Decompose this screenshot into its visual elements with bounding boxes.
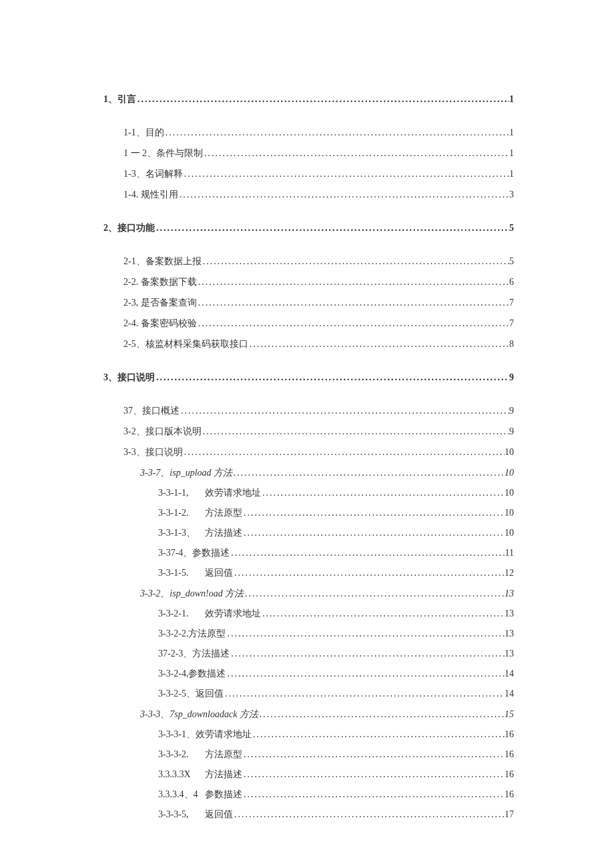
toc-text: 方法原型 <box>205 508 242 518</box>
toc-label: 3-3-2-5、返回值 <box>158 688 224 700</box>
toc-entry: 2-1、备案数据上报5 <box>103 256 514 268</box>
toc-label: 1-3、名词解释 <box>123 168 183 180</box>
toc-page-number: 15 <box>505 709 514 720</box>
toc-label: 3-3-1-3、方法描述 <box>158 527 242 539</box>
toc-number: 3-3-1-1, <box>158 488 205 498</box>
toc-label: 3-3-3-5,返回值 <box>158 809 233 821</box>
toc-leader-dots <box>233 809 505 820</box>
toc-page-number: 7 <box>509 298 514 308</box>
toc-number: 3-3-3-5, <box>158 809 205 820</box>
toc-label: 1-1、目的 <box>123 127 164 139</box>
toc-page-number: 8 <box>509 339 514 350</box>
toc-page: 1、引言11-1、目的11 一 2、条件与限制11-3、名词解释11-4. 规性… <box>0 0 614 868</box>
toc-number: 3-3-1-2. <box>158 508 205 518</box>
toc-page-number: 10 <box>505 468 514 478</box>
toc-entry: 3-37-4、参数描述11 <box>103 547 514 559</box>
toc-entry: 3-3-1-1,效劳请求地址10 <box>103 487 514 499</box>
toc-label: 3-3-2-1.效劳请求地址 <box>158 608 261 620</box>
toc-label: 2-1、备案数据上报 <box>123 256 202 268</box>
toc-entry: 3.3.3.4、4参数描述16 <box>103 789 514 801</box>
toc-leader-dots <box>230 648 505 659</box>
toc-leader-dots <box>197 277 509 288</box>
toc-page-number: 10 <box>505 508 514 518</box>
toc-page-number: 1 <box>509 169 514 179</box>
toc-leader-dots <box>203 148 509 159</box>
toc-text: 方法描述 <box>205 769 242 779</box>
toc-label: 2-4. 备案密码校验 <box>123 318 197 330</box>
toc-page-number: 14 <box>505 669 514 679</box>
toc-label: 3-3、接口说明 <box>123 446 183 458</box>
toc-label: 3-3-3-1、效劳请求地址 <box>158 729 252 741</box>
toc-leader-dots <box>242 789 505 800</box>
toc-label: 3-3-7、isp_upload 方法 <box>140 467 232 479</box>
toc-leader-dots <box>178 189 509 200</box>
toc-leader-dots <box>136 94 509 105</box>
toc-leader-dots <box>224 689 505 699</box>
toc-entry: 3-3-2-1.效劳请求地址13 <box>103 608 514 620</box>
toc-text: 方法描述 <box>205 528 242 538</box>
toc-label: 3-3-1-2.方法原型 <box>158 507 242 519</box>
toc-page-number: 1 <box>509 127 514 138</box>
toc-label: 3-3-2、isp_down!oad 方法 <box>140 588 244 600</box>
toc-page-number: 6 <box>509 277 514 288</box>
toc-leader-dots <box>258 709 505 720</box>
toc-entry: 3、接口说明9 <box>103 372 514 384</box>
toc-leader-dots <box>261 608 505 619</box>
toc-text: 返回值 <box>205 568 233 578</box>
toc-number: 3.3.3.3X <box>158 769 205 780</box>
toc-leader-dots <box>244 588 505 599</box>
toc-label: 3-3-3-2.方法原型 <box>158 749 242 761</box>
toc-entry: 3-2、接口版本说明9 <box>103 426 514 438</box>
toc-entry: 3-3-2-4,参数描述14 <box>103 668 514 680</box>
toc-leader-dots <box>155 223 509 234</box>
toc-page-number: 16 <box>505 729 514 740</box>
toc-label: 3.3.3.4、4参数描述 <box>158 789 242 801</box>
toc-leader-dots <box>248 339 509 350</box>
toc-page-number: 13 <box>505 608 514 619</box>
toc-leader-dots <box>242 769 505 780</box>
toc-page-number: 10 <box>505 528 514 538</box>
toc-entry: 2-4. 备案密码校验7 <box>103 318 514 330</box>
toc-page-number: 16 <box>505 789 514 800</box>
toc-page-number: 13 <box>505 648 514 659</box>
toc-entry: 3-3-1-2.方法原型10 <box>103 507 514 519</box>
toc-entry: 3-3-3-5,返回值17 <box>103 809 514 821</box>
toc-leader-dots <box>261 488 505 498</box>
toc-page-number: 5 <box>509 223 514 234</box>
toc-leader-dots <box>242 749 505 760</box>
toc-leader-dots <box>233 568 505 578</box>
toc-entry: 2-3, 是否备案查询7 <box>103 297 514 309</box>
toc-number: 3-3-1-5. <box>158 568 205 578</box>
toc-page-number: 10 <box>505 488 514 498</box>
toc-label: 3-3-3、7sp_downloadack 方法 <box>140 709 258 721</box>
toc-label: 3-3-2-2.方法原型 <box>158 628 226 640</box>
toc-number: 3-3-2-1. <box>158 608 205 619</box>
toc-page-number: 7 <box>509 318 514 329</box>
toc-entry: 1 一 2、条件与限制1 <box>103 147 514 159</box>
toc-page-number: 16 <box>505 769 514 780</box>
toc-entry: 3-3-3-2.方法原型16 <box>103 749 514 761</box>
toc-leader-dots <box>183 447 505 458</box>
toc-label: 3-2、接口版本说明 <box>123 426 202 438</box>
toc-leader-dots <box>226 628 505 639</box>
toc-label: 2-5、核监材料采集码获取接口 <box>123 338 248 350</box>
toc-entry: 1-3、名词解释1 <box>103 168 514 180</box>
toc-label: 3-37-4、参数描述 <box>158 547 230 559</box>
toc-entry: 3-3-2、isp_down!oad 方法13 <box>103 588 514 600</box>
toc-leader-dots <box>155 372 509 383</box>
toc-entry: 3-3-3、7sp_downloadack 方法15 <box>103 709 514 721</box>
toc-entry: 3-3-2-2.方法原型13 <box>103 628 514 640</box>
toc-page-number: 11 <box>505 548 514 558</box>
toc-container: 1、引言11-1、目的11 一 2、条件与限制11-3、名词解释11-4. 规性… <box>103 93 514 821</box>
toc-entry: 2-5、核监材料采集码获取接口8 <box>103 338 514 350</box>
toc-leader-dots <box>232 468 505 478</box>
toc-leader-dots <box>242 508 505 518</box>
toc-page-number: 3 <box>509 189 514 200</box>
toc-page-number: 12 <box>505 568 514 578</box>
toc-entry: 2-2. 备案数据下载6 <box>103 276 514 288</box>
toc-label: 37、接口概述 <box>123 405 180 417</box>
toc-page-number: 5 <box>509 256 514 267</box>
toc-text: 效劳请求地址 <box>205 608 261 618</box>
toc-label: 3.3.3.3X方法描述 <box>158 769 242 781</box>
toc-number: 3.3.3.4、4 <box>158 789 205 801</box>
